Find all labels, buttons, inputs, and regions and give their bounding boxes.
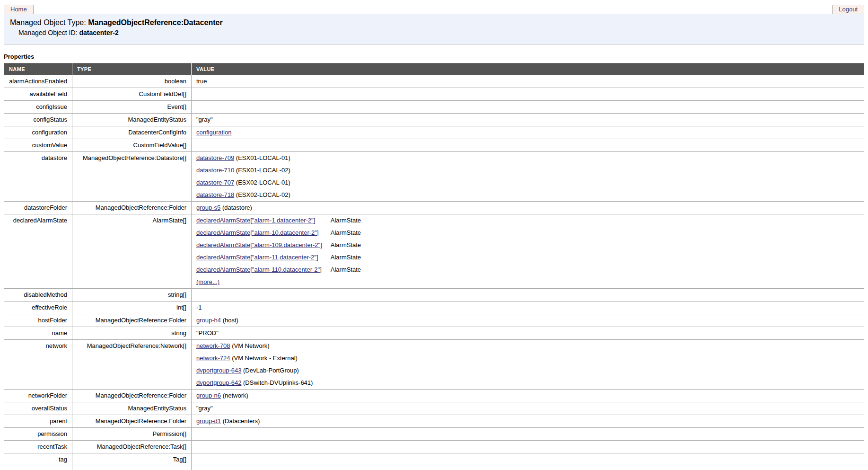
property-row: networkManagedObjectReference:Network[]n… [4,340,864,390]
value-type-cell [331,278,361,286]
value-line: dvportgroup-643 (DevLab-PortGroup) [196,366,859,375]
value-link[interactable]: (more...) [196,278,219,285]
property-name: alarmActionsEnabled [4,75,72,88]
value-line: declaredAlarmState["alarm-10.datacenter-… [196,229,361,241]
value-type-name: AlarmState [331,217,361,224]
property-type: DatacenterConfigInfo [72,126,192,139]
property-value: -1 [192,302,864,314]
value-line: group-n6 (network) [196,391,859,400]
value-link[interactable]: configuration [196,129,231,136]
value-line: -1 [196,303,859,312]
property-row: hostFolderManagedObjectReference:Folderg… [4,314,864,327]
value-type-cell: AlarmState [331,229,361,241]
value-suffix: (ESX02-LOCAL-01) [236,179,290,186]
value-line: datastore-710 (ESX01-LOCAL-02) [196,166,859,175]
value-link[interactable]: group-d1 [196,417,221,425]
logout-button[interactable]: Logout [832,5,864,14]
property-type: AlarmState[] [72,466,192,470]
property-type: ManagedObjectReference:Folder [72,202,192,214]
value-suffix: (VM Network) [232,342,269,349]
value-type-cell: AlarmState [331,253,361,266]
property-name: networkFolder [4,390,72,402]
property-value: configuration [192,126,864,139]
managed-object-id-label: Managed Object ID: [18,29,78,36]
property-name: customValue [4,139,72,152]
property-value: "PROD" [192,327,864,340]
value-link[interactable]: group-n6 [196,392,221,399]
property-name: tag [4,453,72,466]
property-name: datastoreFolder [4,202,72,214]
value-link[interactable]: declaredAlarmState["alarm-1.datacenter-2… [196,217,315,224]
property-row: configurationDatacenterConfigInfoconfigu… [4,126,864,139]
value-line: group-s5 (datastore) [196,204,859,212]
property-row: declaredAlarmStateAlarmState[]declaredAl… [4,214,864,289]
value-line: group-d1 (Datacenters) [196,417,859,426]
value-line-cell: declaredAlarmState["alarm-109.datacenter… [196,241,331,253]
value-line: dvportgroup-642 (DSwitch-DVUplinks-641) [196,379,859,387]
property-name: disabledMethod [4,289,72,302]
value-text: -1 [196,304,202,311]
value-link[interactable]: network-724 [196,355,230,362]
value-line-cell: triggeredAlarmState["alarm-1.host-706"] [196,468,314,470]
value-link[interactable]: datastore-709 [196,154,234,161]
value-link[interactable]: declaredAlarmState["alarm-10.datacenter-… [196,229,319,236]
value-link[interactable]: datastore-718 [196,191,234,198]
tab-bar: Home Logout [4,4,864,14]
property-row: permissionPermission[] [4,428,864,441]
property-value [192,139,864,152]
value-link[interactable]: dvportgroup-642 [196,379,241,386]
value-link[interactable]: network-708 [196,342,230,349]
value-line: (more...) [196,278,361,286]
managed-object-type-line: Managed Object Type: ManagedObjectRefere… [10,18,858,27]
value-link[interactable]: datastore-710 [196,167,234,174]
value-type-cell: AlarmState [331,266,361,278]
value-link[interactable]: datastore-707 [196,179,234,186]
value-line-cell: declaredAlarmState["alarm-1.datacenter-2… [196,216,331,229]
property-value: declaredAlarmState["alarm-1.datacenter-2… [192,214,864,289]
property-type: Permission[] [72,428,192,441]
value-link[interactable]: group-s5 [196,204,220,211]
properties-heading: Properties [4,53,864,60]
property-row: parentManagedObjectReference:Foldergroup… [4,415,864,428]
property-name: datastore [4,152,72,202]
value-line: "gray" [196,115,859,124]
value-suffix: (ESX01-LOCAL-02) [236,167,290,174]
value-type-name: AlarmState [331,229,361,236]
property-value: triggeredAlarmState["alarm-1.host-706"]A… [192,466,864,470]
property-row: namestring"PROD" [4,327,864,340]
property-row: datastoreManagedObjectReference:Datastor… [4,152,864,202]
property-type: string[] [72,289,192,302]
value-link[interactable]: declaredAlarmState["alarm-11.datacenter-… [196,254,318,261]
properties-table: NAME TYPE VALUE alarmActionsEnabledboole… [4,63,864,470]
value-link[interactable]: group-h4 [196,317,221,324]
value-suffix: (network) [223,392,248,399]
value-line: declaredAlarmState["alarm-11.datacenter-… [196,253,361,266]
property-name: parent [4,415,72,428]
property-value [192,289,864,302]
value-link[interactable]: declaredAlarmState["alarm-109.datacenter… [196,241,322,248]
value-line: declaredAlarmState["alarm-110.datacenter… [196,266,361,278]
value-link[interactable]: dvportgroup-643 [196,367,241,374]
managed-object-id-value: datacenter-2 [79,29,118,36]
tab-home[interactable]: Home [4,5,34,14]
value-line-cell: declaredAlarmState["alarm-10.datacenter-… [196,229,331,241]
property-name: triggeredAlarmState [4,466,72,470]
property-name: configStatus [4,114,72,126]
value-line: group-h4 (host) [196,316,859,325]
property-type: AlarmState[] [72,214,192,289]
value-line: network-708 (VM Network) [196,342,859,350]
value-link[interactable]: declaredAlarmState["alarm-110.datacenter… [196,266,322,273]
property-name: permission [4,428,72,441]
property-value: group-n6 (network) [192,390,864,402]
value-suffix: (Datacenters) [223,417,260,425]
value-line: datastore-718 (ESX02-LOCAL-02) [196,191,859,199]
managed-object-id-line: Managed Object ID: datacenter-2 [18,29,858,36]
value-type-cell: AlarmState [331,241,361,253]
value-line-cell: declaredAlarmState["alarm-11.datacenter-… [196,253,331,266]
object-header: Managed Object Type: ManagedObjectRefere… [4,14,864,44]
property-name: configuration [4,126,72,139]
value-text: "gray" [196,116,213,123]
value-line: declaredAlarmState["alarm-109.datacenter… [196,241,361,253]
property-value: "gray" [192,402,864,415]
property-value [192,428,864,441]
